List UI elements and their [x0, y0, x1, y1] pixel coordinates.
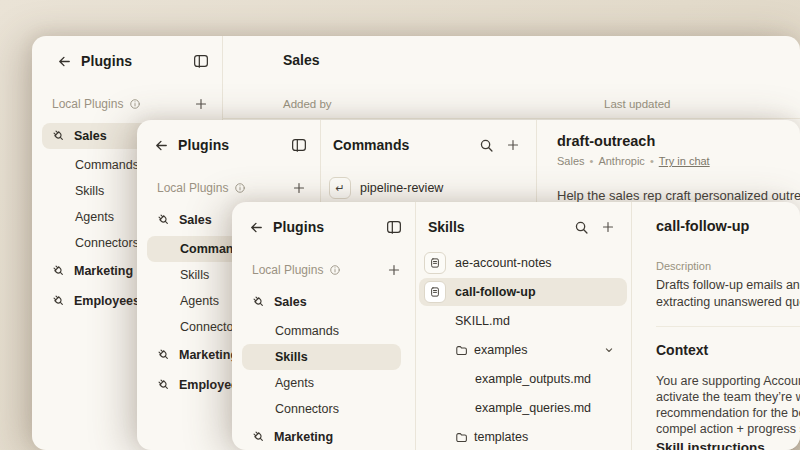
list-item-pipeline-review[interactable]: ↵ pipeline-review: [324, 174, 532, 202]
description-label: Description: [656, 260, 711, 272]
commands-list: ↵ pipeline-review: [324, 174, 532, 203]
detail-title: call-follow-up: [656, 218, 749, 234]
skill-scroll-icon: [424, 281, 446, 303]
folder-icon: [455, 344, 468, 357]
plug-icon: [157, 378, 171, 392]
plug-icon: [252, 295, 266, 309]
window-title: Plugins: [81, 53, 193, 69]
meta-plugin: Sales: [557, 155, 585, 167]
window-title: Plugins: [273, 219, 386, 235]
column-added-by: Added by: [283, 98, 332, 110]
skill-detail-panel: call-follow-up Description Drafts follow…: [632, 202, 800, 450]
skill-item-call-follow-up[interactable]: call-follow-up: [419, 278, 627, 306]
sidebar-item-label: Sales: [74, 129, 107, 143]
skill-scroll-icon: [424, 252, 446, 274]
info-icon[interactable]: [329, 264, 341, 276]
section-label: Local Plugins: [252, 263, 323, 277]
nav-bar: Plugins: [57, 50, 209, 72]
return-key-icon: ↵: [329, 177, 351, 199]
page-title: Sales: [283, 52, 320, 68]
back-arrow-icon[interactable]: [154, 138, 169, 153]
detail-title: draft-outreach: [557, 133, 655, 149]
try-in-chat-link[interactable]: Try in chat: [659, 155, 710, 167]
panel-header: Commands: [333, 134, 520, 156]
plug-icon: [157, 213, 171, 227]
add-plugin-button[interactable]: [194, 97, 208, 111]
info-icon[interactable]: [234, 182, 246, 194]
file-item-example-outputs[interactable]: example_outputs.md: [419, 365, 627, 393]
search-icon[interactable]: [479, 138, 494, 153]
sidebar-toggle-icon[interactable]: [291, 138, 307, 152]
folder-icon: [455, 431, 468, 444]
add-plugin-button[interactable]: [387, 263, 401, 277]
meta-author: Anthropic: [598, 155, 644, 167]
sidebar-toggle-icon[interactable]: [193, 54, 209, 68]
back-arrow-icon[interactable]: [249, 220, 264, 235]
divider: [656, 326, 800, 327]
add-command-button[interactable]: [506, 138, 520, 152]
add-skill-button[interactable]: [601, 220, 615, 234]
panel-title: Skills: [428, 219, 574, 235]
skills-tree: ae-account-notes call-follow-up SKILL.md…: [419, 249, 627, 450]
panel-title: Commands: [333, 137, 479, 153]
sidebar-item-skills[interactable]: Skills: [242, 344, 401, 370]
folder-item-examples[interactable]: examples: [419, 336, 627, 364]
sidebar-item-commands[interactable]: Commands: [242, 318, 401, 344]
folder-item-templates[interactable]: templates: [419, 423, 627, 450]
bullet-separator: •: [590, 155, 594, 167]
context-text: You are supporting Account Ex activate t…: [656, 373, 800, 437]
nav-bar: Plugins: [249, 216, 402, 238]
section-label: Local Plugins: [157, 181, 228, 195]
sidebar-items: Sales Commands Skills Agents Connectors …: [242, 289, 401, 450]
file-item-skill-md[interactable]: SKILL.md: [419, 307, 627, 335]
desktop-background: { "colors": { "page_background": "#e4dcc…: [0, 0, 800, 450]
nav-bar: Plugins: [154, 134, 307, 156]
column-last-updated: Last updated: [604, 98, 671, 110]
context-heading: Context: [656, 342, 708, 358]
local-plugins-section-header: Local Plugins: [252, 259, 401, 281]
add-plugin-button[interactable]: [292, 181, 306, 195]
section-label: Local Plugins: [52, 97, 123, 111]
description-text: Drafts follow-up emails and ana extracti…: [656, 277, 800, 311]
plug-icon: [252, 430, 266, 444]
plugins-window-front: Plugins Local Plugins Sales Commands Ski…: [232, 202, 800, 450]
sidebar-item-connectors[interactable]: Connectors: [242, 396, 401, 422]
panel-header: Skills: [428, 216, 615, 238]
back-arrow-icon[interactable]: [57, 54, 72, 69]
bullet-separator: •: [650, 155, 654, 167]
detail-meta: Sales•Anthropic•Try in chat: [557, 155, 710, 167]
table-header-row: Added by Last updated: [222, 92, 800, 119]
detail-body-text: Help the sales rep craft personalized ou…: [557, 188, 800, 203]
plug-icon: [52, 294, 66, 308]
window-title: Plugins: [178, 137, 291, 153]
sidebar-item-marketing[interactable]: Marketing: [242, 424, 401, 450]
skill-instructions-heading: Skill instructions: [656, 440, 765, 450]
plug-icon: [157, 348, 171, 362]
local-plugins-section-header: Local Plugins: [157, 177, 306, 199]
search-icon[interactable]: [574, 220, 589, 235]
local-plugins-section-header: Local Plugins: [52, 93, 208, 115]
sidebar: Plugins Local Plugins Sales Commands Ski…: [232, 202, 416, 450]
sidebar-item-sales[interactable]: Sales: [242, 289, 401, 315]
plug-icon: [52, 264, 66, 278]
sidebar-item-agents[interactable]: Agents: [242, 370, 401, 396]
file-item-example-queries[interactable]: example_queries.md: [419, 394, 627, 422]
skill-item-ae-account-notes[interactable]: ae-account-notes: [419, 249, 627, 277]
chevron-down-icon[interactable]: [603, 344, 615, 356]
sidebar-toggle-icon[interactable]: [386, 220, 402, 234]
info-icon[interactable]: [129, 98, 141, 110]
skills-list-panel: Skills ae-account-notes call-follow-up S…: [415, 202, 632, 450]
plug-icon: [52, 129, 66, 143]
